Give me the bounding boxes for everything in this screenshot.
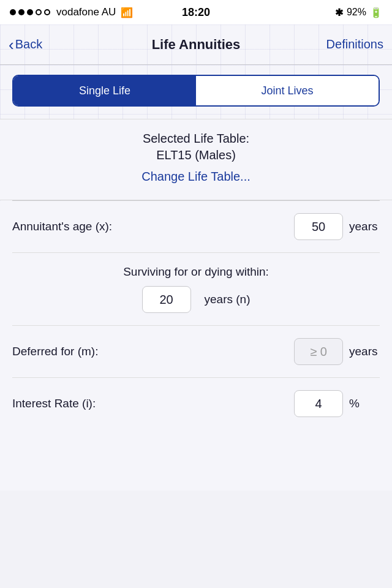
age-row: Annuitant's age (x): 50 years bbox=[12, 201, 380, 253]
status-bar: vodafone AU 📶 18:20 ✱ 92% 🔋 bbox=[0, 0, 392, 24]
signal-dot-1 bbox=[10, 9, 16, 15]
back-button[interactable]: ‹ Back bbox=[9, 37, 42, 53]
status-left: vodafone AU 📶 bbox=[10, 6, 133, 18]
age-label: Annuitant's age (x): bbox=[12, 220, 294, 233]
bluetooth-icon: ✱ bbox=[335, 7, 343, 18]
life-type-segment: Single Life Joint Lives bbox=[12, 75, 380, 107]
signal-dot-4 bbox=[36, 9, 42, 15]
age-input[interactable]: 50 bbox=[294, 213, 343, 240]
signal-dot-5 bbox=[44, 9, 50, 15]
selected-table-label: Selected Life Table: bbox=[0, 132, 392, 146]
signal-dot-2 bbox=[18, 9, 24, 15]
interest-unit: % bbox=[349, 397, 380, 410]
interest-label: Interest Rate (i): bbox=[12, 397, 294, 410]
input-rows: Annuitant's age (x): 50 years Surviving … bbox=[0, 201, 392, 429]
single-life-tab[interactable]: Single Life bbox=[13, 76, 196, 105]
joint-lives-label: Joint Lives bbox=[261, 85, 313, 97]
bottom-area bbox=[0, 429, 392, 491]
back-label: Back bbox=[15, 37, 42, 51]
surviving-input-row: 20 years (n) bbox=[12, 286, 380, 313]
age-unit: years bbox=[349, 220, 380, 233]
surviving-unit: years (n) bbox=[205, 293, 251, 306]
segment-container: Single Life Joint Lives bbox=[0, 65, 392, 119]
deferred-label: Deferred for (m): bbox=[12, 345, 294, 358]
signal-dot-3 bbox=[27, 9, 33, 15]
single-life-label: Single Life bbox=[79, 85, 130, 97]
battery-label: 92% bbox=[347, 7, 366, 18]
life-table-section: Selected Life Table: ELT15 (Males) Chang… bbox=[0, 119, 392, 200]
deferred-unit: years bbox=[349, 345, 380, 358]
deferred-input[interactable]: ≥ 0 bbox=[294, 338, 343, 365]
deferred-row: Deferred for (m): ≥ 0 years bbox=[12, 326, 380, 378]
joint-lives-tab[interactable]: Joint Lives bbox=[196, 76, 379, 105]
surviving-label: Surviving for or dying within: bbox=[12, 265, 380, 279]
nav-bar: ‹ Back Life Annuities Definitions bbox=[0, 24, 392, 65]
main-content: Single Life Joint Lives Selected Life Ta… bbox=[0, 65, 392, 491]
definitions-button[interactable]: Definitions bbox=[326, 37, 383, 51]
page-title: Life Annuities bbox=[152, 37, 241, 53]
wifi-icon: 📶 bbox=[121, 7, 133, 18]
interest-row: Interest Rate (i): 4 % bbox=[12, 378, 380, 429]
status-right: ✱ 92% 🔋 bbox=[335, 7, 382, 18]
surviving-section: Surviving for or dying within: 20 years … bbox=[12, 253, 380, 326]
battery-icon: 🔋 bbox=[370, 7, 382, 18]
selected-table-value: ELT15 (Males) bbox=[0, 148, 392, 162]
status-time: 18:20 bbox=[182, 6, 210, 19]
interest-input[interactable]: 4 bbox=[294, 390, 343, 417]
back-chevron-icon: ‹ bbox=[9, 37, 14, 53]
change-table-link[interactable]: Change Life Table... bbox=[0, 170, 392, 184]
carrier-label: vodafone AU bbox=[56, 6, 116, 18]
surviving-input[interactable]: 20 bbox=[142, 286, 191, 313]
